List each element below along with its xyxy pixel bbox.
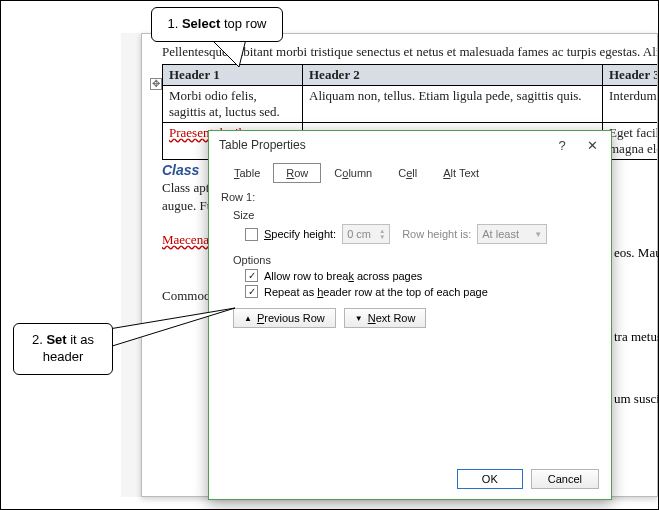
- size-group-label: Size: [233, 209, 599, 221]
- spinner-icon[interactable]: ▲▼: [379, 228, 385, 240]
- dialog-title: Table Properties: [219, 138, 547, 152]
- repeat-header-label: Repeat as header row at the top of each …: [264, 286, 488, 298]
- cancel-button[interactable]: Cancel: [531, 469, 599, 489]
- svg-marker-1: [109, 308, 235, 347]
- callout2-bold: Set: [46, 332, 66, 347]
- row-indicator: Row 1:: [221, 191, 599, 203]
- height-input[interactable]: 0 cm ▲▼: [342, 224, 390, 244]
- doc-fragment: tra metus odio a le: [614, 329, 659, 345]
- previous-row-button[interactable]: ▲ Previous Row: [233, 308, 336, 328]
- table-move-handle[interactable]: ✥: [150, 78, 162, 90]
- close-button[interactable]: ✕: [577, 138, 607, 153]
- table-header-cell[interactable]: Header 2: [303, 65, 603, 86]
- tab-cell[interactable]: Cell: [385, 163, 430, 183]
- callout-select-top-row: 1. Select top row: [151, 7, 283, 42]
- next-row-button[interactable]: ▼ Next Row: [344, 308, 427, 328]
- tab-alt-text[interactable]: Alt Text: [430, 163, 492, 183]
- tab-row[interactable]: Row: [273, 163, 321, 183]
- table-header-cell[interactable]: Header 3: [603, 65, 659, 86]
- table-cell[interactable]: Morbi odio felis, sagittis at, luctus se…: [163, 86, 303, 123]
- specify-height-label: Specify height:: [264, 228, 336, 240]
- triangle-up-icon: ▲: [244, 314, 252, 323]
- help-button[interactable]: ?: [547, 138, 577, 153]
- table-properties-dialog: Table Properties ? ✕ Table Row Column Ce…: [208, 130, 612, 500]
- tab-column[interactable]: Column: [321, 163, 385, 183]
- options-group-label: Options: [233, 254, 599, 266]
- callout-set-header: 2. Set it as header: [13, 323, 113, 375]
- table-cell[interactable]: Interdum ultric scelerisque eu,: [603, 86, 659, 123]
- table-cell[interactable]: Aliquam non, tellus. Etiam ligula pede, …: [303, 86, 603, 123]
- callout1-prefix: 1.: [167, 16, 181, 31]
- tab-table[interactable]: Table: [221, 163, 273, 183]
- dialog-titlebar[interactable]: Table Properties ? ✕: [209, 131, 611, 159]
- repeat-header-checkbox[interactable]: [245, 285, 258, 298]
- specify-height-checkbox[interactable]: [245, 228, 258, 241]
- ok-button[interactable]: OK: [457, 469, 523, 489]
- row-height-is-label: Row height is:: [402, 228, 471, 240]
- callout2-pointer: [109, 303, 239, 353]
- doc-fragment: eos. Mauris dictum t: [614, 245, 659, 261]
- allow-break-checkbox[interactable]: [245, 269, 258, 282]
- chevron-down-icon: ▼: [534, 230, 542, 239]
- callout2-prefix: 2.: [32, 332, 46, 347]
- row-height-mode-combo[interactable]: At least ▼: [477, 224, 547, 244]
- dialog-tabs: Table Row Column Cell Alt Text: [221, 163, 599, 183]
- triangle-down-icon: ▼: [355, 314, 363, 323]
- callout1-bold: Select: [182, 16, 220, 31]
- callout1-rest: top row: [220, 16, 266, 31]
- allow-break-label: Allow row to break across pages: [264, 270, 422, 282]
- doc-fragment: um suscipit, sollicitu: [614, 391, 659, 407]
- table-row: Morbi odio felis, sagittis at, luctus se…: [163, 86, 659, 123]
